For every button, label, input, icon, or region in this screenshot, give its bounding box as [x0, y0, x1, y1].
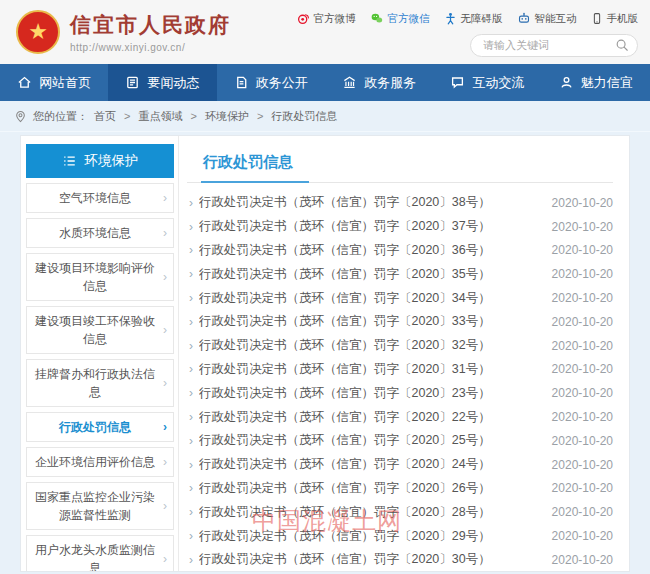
list-item[interactable]: 行政处罚决定书（茂环（信宜）罚字〔2020〕36号）2020-10-20 [187, 239, 613, 263]
list-item[interactable]: 行政处罚决定书（茂环（信宜）罚字〔2020〕22号）2020-10-20 [187, 405, 613, 429]
penalty-list: 行政处罚决定书（茂环（信宜）罚字〔2020〕38号）2020-10-20 行政处… [187, 191, 613, 572]
nav-gov-open[interactable]: 政务公开 [217, 64, 325, 101]
sidebar-menu: 空气环境信息 水质环境信息 建设项目环境影响评价信息 建设项目竣工环保验收信息 … [26, 183, 174, 572]
list-item[interactable]: 行政处罚决定书（茂环（信宜）罚字〔2020〕31号）2020-10-20 [187, 358, 613, 382]
breadcrumb-env-protection[interactable]: 环境保护 [205, 109, 249, 124]
person-icon [559, 75, 574, 90]
list-item[interactable]: 行政处罚决定书（茂环（信宜）罚字〔2020〕34号）2020-10-20 [187, 286, 613, 310]
list-item[interactable]: 行政处罚决定书（茂环（信宜）罚字〔2020〕25号）2020-10-20 [187, 429, 613, 453]
item-date: 2020-10-20 [552, 339, 613, 353]
sidebar-item-acceptance[interactable]: 建设项目竣工环保验收信息 [26, 306, 174, 354]
wechat-icon [370, 12, 384, 25]
quick-links: 官方微博 官方微信 无障碍版 智能互动 手机版 [297, 12, 639, 26]
chevron-right-icon [163, 550, 167, 568]
nav-gov-service[interactable]: 政务服务 [325, 64, 433, 101]
list-item[interactable]: 行政处罚决定书（茂环（信宜）罚字〔2020〕26号）2020-10-20 [187, 477, 613, 501]
item-date: 2020-10-20 [552, 410, 613, 424]
sidebar-item-tap-water[interactable]: 用户水龙头水质监测信息 [26, 535, 174, 572]
sidebar-title[interactable]: 环境保护 [26, 144, 174, 178]
chevron-right-icon [163, 268, 167, 286]
item-date: 2020-10-20 [552, 553, 613, 567]
chevron-right-icon [189, 458, 193, 472]
breadcrumb-home[interactable]: 首页 [94, 109, 116, 124]
item-date: 2020-10-20 [552, 362, 613, 376]
chevron-right-icon [163, 224, 167, 242]
list-icon [62, 154, 77, 168]
location-pin-icon [14, 110, 27, 123]
chevron-right-icon [189, 553, 193, 567]
list-item[interactable]: 行政处罚决定书（茂环（信宜）罚字〔2020〕28号）2020-10-20 [187, 500, 613, 524]
nav-charm[interactable]: 魅力信宜 [542, 64, 650, 101]
home-icon [17, 75, 32, 90]
list-item[interactable]: 行政处罚决定书（茂环（信宜）罚字〔2020〕38号）2020-10-20 [187, 191, 613, 215]
nav-interaction[interactable]: 互动交流 [433, 64, 541, 101]
nav-home[interactable]: 网站首页 [0, 64, 108, 101]
robot-icon [517, 12, 531, 25]
chevron-right-icon [189, 220, 193, 234]
chevron-right-icon [189, 362, 193, 376]
accessibility-icon [444, 12, 457, 25]
item-date: 2020-10-20 [552, 196, 613, 210]
list-item[interactable]: 行政处罚决定书（茂环（信宜）罚字〔2020〕24号）2020-10-20 [187, 453, 613, 477]
list-item[interactable]: 行政处罚决定书（茂环（信宜）罚字〔2020〕35号）2020-10-20 [187, 262, 613, 286]
breadcrumb-key-areas[interactable]: 重点领域 [138, 109, 182, 124]
mobile-version-link[interactable]: 手机版 [591, 12, 639, 26]
chevron-right-icon [163, 374, 167, 392]
search-input[interactable] [483, 39, 615, 51]
weibo-link[interactable]: 官方微博 [297, 12, 356, 26]
smart-interact-link[interactable]: 智能互动 [517, 12, 577, 26]
phone-icon [591, 12, 603, 25]
accessibility-link[interactable]: 无障碍版 [444, 12, 503, 26]
item-date: 2020-10-20 [552, 505, 613, 519]
chevron-right-icon [163, 321, 167, 339]
national-emblem-icon [16, 10, 60, 54]
breadcrumb: 您的位置： 首页 > 重点领域 > 环境保护 > 行政处罚信息 [0, 101, 650, 132]
site-header: 信宜市人民政府 http://www.xinyi.gov.cn/ 官方微博 官方… [0, 0, 650, 64]
chevron-right-icon [163, 418, 167, 436]
chevron-right-icon [189, 386, 193, 400]
chevron-right-icon [189, 339, 193, 353]
chevron-right-icon [189, 291, 193, 305]
list-item[interactable]: 行政处罚决定书（茂环（信宜）罚字〔2020〕23号）2020-10-20 [187, 381, 613, 405]
sidebar-item-air[interactable]: 空气环境信息 [26, 183, 174, 213]
nav-news[interactable]: 要闻动态 [108, 64, 216, 101]
search-icon[interactable] [615, 38, 629, 52]
list-item[interactable]: 行政处罚决定书（茂环（信宜）罚字〔2020〕30号）2020-10-20 [187, 548, 613, 572]
sidebar-item-eia[interactable]: 建设项目环境影响评价信息 [26, 253, 174, 301]
site-name: 信宜市人民政府 [70, 11, 231, 39]
item-date: 2020-10-20 [552, 458, 613, 472]
sidebar: 环境保护 空气环境信息 水质环境信息 建设项目环境影响评价信息 建设项目竣工环保… [21, 136, 179, 571]
chevron-right-icon [163, 189, 167, 207]
sidebar-item-water-env[interactable]: 水质环境信息 [26, 218, 174, 248]
header-right: 官方微博 官方微信 无障碍版 智能互动 手机版 [297, 8, 639, 57]
sidebar-item-credit[interactable]: 企业环境信用评价信息 [26, 447, 174, 477]
site-url: http://www.xinyi.gov.cn/ [70, 42, 231, 53]
gov-building-icon [342, 75, 357, 90]
chat-icon [450, 75, 465, 90]
wechat-link[interactable]: 官方微信 [370, 12, 430, 26]
item-date: 2020-10-20 [552, 434, 613, 448]
site-logo[interactable]: 信宜市人民政府 http://www.xinyi.gov.cn/ [16, 10, 231, 54]
list-item[interactable]: 行政处罚决定书（茂环（信宜）罚字〔2020〕29号）2020-10-20 [187, 524, 613, 548]
sidebar-item-pollution-monitor[interactable]: 国家重点监控企业污染源监督性监测 [26, 482, 174, 530]
chevron-right-icon [163, 497, 167, 515]
page: 信宜市人民政府 http://www.xinyi.gov.cn/ 官方微博 官方… [0, 0, 650, 574]
sidebar-item-enforcement[interactable]: 挂牌督办和行政执法信息 [26, 359, 174, 407]
main-nav: 网站首页 要闻动态 政务公开 政务服务 互动交流 魅力信宜 [0, 64, 650, 101]
chevron-right-icon [189, 529, 193, 543]
item-date: 2020-10-20 [552, 481, 613, 495]
chevron-right-icon [189, 434, 193, 448]
breadcrumb-prefix: 您的位置： [33, 109, 88, 124]
search-box [470, 34, 638, 57]
sidebar-item-penalty[interactable]: 行政处罚信息 [26, 412, 174, 442]
item-date: 2020-10-20 [552, 529, 613, 543]
chevron-right-icon [189, 481, 193, 495]
chevron-right-icon [189, 315, 193, 329]
list-item[interactable]: 行政处罚决定书（茂环（信宜）罚字〔2020〕33号）2020-10-20 [187, 310, 613, 334]
list-item[interactable]: 行政处罚决定书（茂环（信宜）罚字〔2020〕37号）2020-10-20 [187, 215, 613, 239]
list-item[interactable]: 行政处罚决定书（茂环（信宜）罚字〔2020〕32号）2020-10-20 [187, 334, 613, 358]
item-date: 2020-10-20 [552, 291, 613, 305]
breadcrumb-current: 行政处罚信息 [271, 109, 337, 124]
item-date: 2020-10-20 [552, 267, 613, 281]
main-content: 行政处罚信息 行政处罚决定书（茂环（信宜）罚字〔2020〕38号）2020-10… [179, 136, 629, 571]
